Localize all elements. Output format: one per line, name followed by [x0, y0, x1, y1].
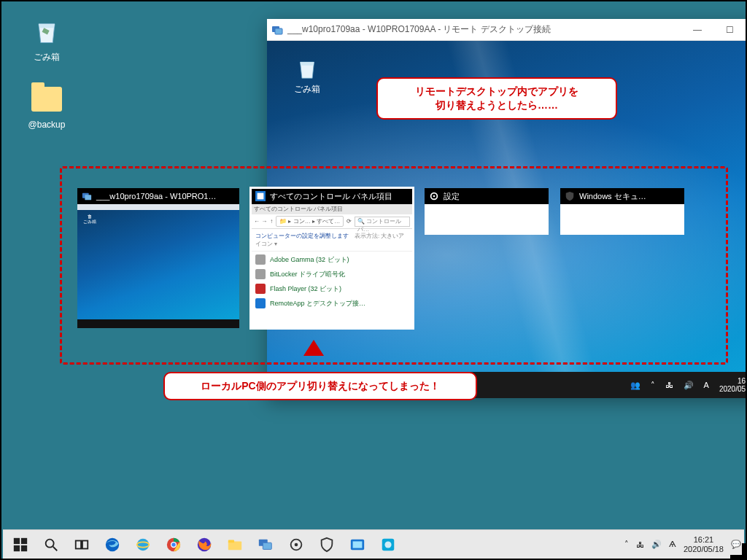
svg-rect-5: [258, 193, 264, 200]
annotation-callout-bottom: ローカルPC側のアプリ切り替えになってしまった！: [163, 372, 477, 400]
remote-clock[interactable]: 16:21 2020/05/18: [719, 377, 747, 394]
rdp-icon: [82, 191, 92, 201]
icon-label: ごみ箱: [282, 83, 333, 96]
switcher-thumb-windows-security[interactable]: Windows セキュ…: [560, 188, 684, 328]
svg-rect-26: [263, 542, 271, 549]
svg-rect-15: [82, 540, 88, 548]
taskbar-app-security[interactable]: [312, 530, 341, 559]
rdp-icon: [271, 24, 283, 36]
taskbar-app-ie[interactable]: [128, 530, 158, 559]
svg-rect-24: [228, 540, 234, 542]
icon-label: ごみ箱: [18, 51, 76, 63]
thumb-title-text: Windows セキュ…: [579, 191, 646, 202]
svg-point-32: [384, 541, 391, 548]
shield-icon: [565, 191, 575, 201]
svg-rect-8: [14, 537, 20, 543]
taskbar-app-explorer[interactable]: [220, 530, 249, 559]
svg-rect-9: [21, 537, 27, 543]
taskbar-clock[interactable]: 16:21 2020/05/18: [684, 535, 724, 553]
volume-icon[interactable]: 🔊: [651, 540, 662, 549]
gear-icon: [429, 191, 439, 201]
taskbar-app-edge[interactable]: [98, 530, 127, 559]
svg-point-17: [137, 538, 150, 551]
switcher-thumb-control-panel[interactable]: すべてのコントロール パネル項目 すべてのコントロール パネル項目 ← →↑ 📁…: [251, 188, 413, 328]
svg-rect-1: [275, 28, 282, 34]
taskbar-app-generic[interactable]: [374, 530, 403, 559]
svg-rect-30: [353, 541, 363, 548]
desktop-icon-recycle-bin[interactable]: ごみ箱: [18, 13, 76, 63]
control-panel-icon: [255, 191, 266, 201]
volume-icon[interactable]: 🔊: [684, 381, 694, 390]
icon-label: @backup: [18, 120, 76, 130]
annotation-arrow: [303, 340, 324, 356]
alt-tab-switcher[interactable]: ___w10pro1709aa - W10PRO1… 🗑ごみ箱 すべてのコントロ…: [77, 188, 684, 328]
svg-line-13: [53, 546, 58, 551]
remote-desktop-icon-recycle-bin[interactable]: ごみ箱: [282, 54, 333, 96]
switcher-thumb-settings[interactable]: 設定: [425, 188, 549, 328]
svg-point-7: [433, 195, 436, 198]
network-icon[interactable]: 🖧: [636, 540, 644, 549]
maximize-button[interactable]: ☐: [713, 20, 746, 40]
rdp-title: ___w10pro1709aa - W10PRO1709AA - リモート デス…: [287, 23, 681, 36]
switcher-thumb-rdp[interactable]: ___w10pro1709aa - W10PRO1… 🗑ごみ箱: [77, 188, 239, 328]
taskbar-app-control-panel[interactable]: [343, 530, 372, 559]
thumb-preview: 🗑ごみ箱: [77, 204, 239, 328]
minimize-button[interactable]: ―: [681, 20, 713, 40]
tray-caret-icon[interactable]: ˄: [624, 540, 629, 549]
action-center-icon[interactable]: 💬: [731, 540, 741, 549]
local-taskbar[interactable]: ˄ 🖧 🔊 Ѧ 16:21 2020/05/18 💬: [3, 529, 744, 559]
ime-icon[interactable]: Ѧ: [669, 540, 676, 549]
thumb-preview: すべてのコントロール パネル項目 ← →↑ 📁 ▸ コン… ▸ すべて… ⟳ 🔍…: [251, 204, 413, 328]
svg-rect-10: [14, 545, 20, 551]
system-tray[interactable]: ˄ 🖧 🔊 Ѧ 16:21 2020/05/18 💬: [624, 535, 741, 553]
recycle-bin-icon: [29, 13, 64, 48]
svg-rect-11: [21, 545, 27, 551]
taskbar-app-rdp[interactable]: [251, 530, 280, 559]
taskbar-app-settings[interactable]: [282, 530, 311, 559]
search-button[interactable]: [36, 530, 66, 559]
svg-point-21: [171, 542, 176, 547]
annotation-callout-top: リモートデスクトップ内でアプリを 切り替えようとしたら……: [376, 77, 617, 120]
desktop-icon-backup-folder[interactable]: @backup: [18, 82, 76, 130]
taskbar-app-chrome[interactable]: [159, 530, 188, 559]
taskbar-app-firefox[interactable]: [190, 530, 219, 559]
rdp-titlebar[interactable]: ___w10pro1709aa - W10PRO1709AA - リモート デス…: [267, 19, 747, 41]
thumb-preview: [425, 204, 549, 235]
svg-point-28: [295, 542, 298, 546]
svg-rect-14: [76, 540, 81, 548]
ime-icon[interactable]: A: [704, 381, 709, 389]
start-button[interactable]: [6, 530, 35, 559]
people-icon[interactable]: 👥: [630, 381, 640, 390]
taskview-button[interactable]: [67, 530, 96, 559]
thumb-title-text: 設定: [444, 191, 460, 202]
thumb-preview: [560, 204, 684, 235]
thumb-title-text: すべてのコントロール パネル項目: [270, 191, 392, 202]
tray-caret-icon[interactable]: ˄: [651, 381, 655, 390]
folder-icon: [29, 82, 64, 117]
svg-rect-3: [85, 195, 91, 200]
svg-point-12: [46, 539, 54, 547]
network-icon[interactable]: 🖧: [665, 381, 673, 389]
thumb-title-text: ___w10pro1709aa - W10PRO1…: [96, 192, 216, 201]
